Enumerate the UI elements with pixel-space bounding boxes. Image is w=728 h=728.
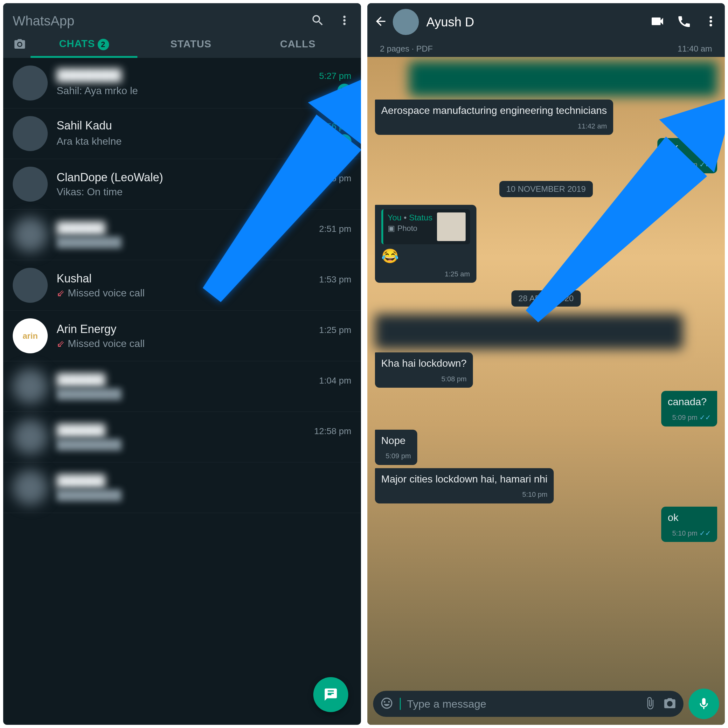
chat-name: ClanDope (LeoWale) <box>57 171 163 184</box>
chat-list-item[interactable]: ██████2:51 pm█████████ <box>3 210 361 260</box>
missed-call-icon: ⇙ <box>57 288 64 299</box>
tab-chats[interactable]: CHATS2 <box>31 38 138 58</box>
chat-name: Kushal <box>57 272 92 285</box>
chat-time: 12:58 pm <box>314 426 352 436</box>
chat-header: Ayush D <box>367 3 725 41</box>
message-input[interactable]: Type a message <box>373 691 684 717</box>
chat-name: Arin Energy <box>57 323 116 336</box>
chat-time: 1:25 pm <box>319 325 351 335</box>
avatar[interactable] <box>13 167 48 202</box>
avatar[interactable] <box>13 419 48 454</box>
message-time: 5:09 pm <box>386 452 411 461</box>
voice-message-button[interactable] <box>688 688 719 719</box>
app-title: WhatsApp <box>13 13 75 29</box>
date-separator: 10 NOVEMBER 2019 <box>499 181 593 197</box>
message-text: canada? <box>668 396 707 407</box>
app-header: WhatsApp CHATS2 STATUS CALLS <box>3 3 361 58</box>
chat-name: ██████ <box>57 221 105 235</box>
chats-list-screen: WhatsApp CHATS2 STATUS CALLS ████████5:2… <box>3 3 361 725</box>
message-time: 5:10 pm <box>522 490 548 499</box>
input-cursor <box>400 698 401 710</box>
menu-icon[interactable] <box>338 13 352 29</box>
message-text: Major cities lockdown hai, hamari nhi <box>381 473 548 485</box>
read-ticks-icon: ✓✓ <box>697 413 711 421</box>
chat-time: 2:51 pm <box>319 224 351 234</box>
chat-list-item[interactable]: ███████████████ <box>3 462 361 513</box>
chat-name: ██████ <box>57 373 105 387</box>
avatar[interactable] <box>13 470 48 505</box>
back-icon[interactable] <box>374 14 388 29</box>
chat-preview: ⇙Missed voice call <box>57 338 145 350</box>
message-time: 5:08 pm <box>442 375 467 384</box>
camera-icon[interactable] <box>663 696 676 711</box>
chat-list-item[interactable]: arinArin Energy1:25 pm⇙Missed voice call <box>3 311 361 361</box>
tab-status[interactable]: STATUS <box>138 38 244 58</box>
message-time: 11:42 am <box>578 122 607 131</box>
chat-time: 1:04 pm <box>319 376 351 386</box>
chat-background: Aerospace manufacturing engineering tech… <box>367 57 725 725</box>
contact-name[interactable]: Ayush D <box>427 15 645 29</box>
chats-unread-badge: 2 <box>98 39 109 50</box>
message-outgoing[interactable]: ok5:10 pm ✓✓ <box>661 507 717 542</box>
menu-icon[interactable] <box>703 14 719 30</box>
messages-container[interactable]: Aerospace manufacturing engineering tech… <box>367 57 725 586</box>
chat-name: ████████ <box>57 68 121 82</box>
chat-list-item[interactable]: Kushal1:53 pm⇙Missed voice call <box>3 260 361 311</box>
message-input-bar: Type a message <box>373 688 719 719</box>
chat-preview: ⇙Missed voice call <box>57 287 145 299</box>
message-incoming[interactable]: Nope5:09 pm <box>375 430 418 465</box>
video-call-icon[interactable] <box>650 14 665 30</box>
reply-thumbnail <box>437 213 466 241</box>
chat-name: Sahil Kadu <box>57 119 112 132</box>
message-text: Aerospace manufacturing engineering tech… <box>381 105 607 116</box>
reply-type: ▣ Photo <box>388 223 433 233</box>
message-emoji: 😂 <box>381 247 470 265</box>
avatar[interactable] <box>13 369 48 404</box>
new-chat-fab[interactable] <box>313 677 348 712</box>
chat-list-item[interactable]: ██████12:58 pm█████████ <box>3 412 361 462</box>
chat-name: ██████ <box>57 474 105 488</box>
avatar[interactable] <box>13 217 48 252</box>
search-icon[interactable] <box>311 13 325 29</box>
chat-preview: Sahil: Aya mrko le <box>57 85 138 97</box>
input-placeholder: Type a message <box>407 698 637 710</box>
chat-list-item[interactable]: ██████1:04 pm█████████ <box>3 361 361 412</box>
chat-list-item[interactable]: ████████5:27 pmSahil: Aya mrko le20 <box>3 58 361 109</box>
message-text: Nope <box>381 435 406 446</box>
tab-calls[interactable]: CALLS <box>244 38 351 58</box>
chat-preview: █████████ <box>57 439 121 451</box>
message-incoming[interactable]: Major cities lockdown hai, hamari nhi5:1… <box>375 468 554 503</box>
message-incoming-reply[interactable]: You • Status▣ Photo😂1:25 am <box>375 205 476 283</box>
message-incoming[interactable]: Kha hai lockdown?5:08 pm <box>375 352 473 388</box>
chat-preview: █████████ <box>57 237 121 248</box>
avatar[interactable] <box>13 268 48 303</box>
emoji-icon[interactable] <box>380 696 393 711</box>
read-ticks-icon: ✓✓ <box>697 529 711 537</box>
chat-name: ██████ <box>57 424 105 437</box>
message-text: ok <box>668 512 678 523</box>
avatar[interactable]: arin <box>13 318 48 353</box>
message-redacted[interactable] <box>375 314 683 349</box>
voice-call-icon[interactable] <box>676 14 692 30</box>
contact-avatar[interactable] <box>393 9 419 35</box>
message-text: Kha hai lockdown? <box>381 358 467 369</box>
message-time: 5:09 pm <box>672 413 697 422</box>
message-time: 5:10 pm <box>672 529 697 538</box>
message-redacted[interactable] <box>409 61 717 96</box>
avatar[interactable] <box>13 66 48 101</box>
chat-preview: Ara kta khelne <box>57 136 122 147</box>
chat-time: 1:53 pm <box>319 274 351 284</box>
avatar[interactable] <box>13 116 48 151</box>
camera-tab[interactable] <box>13 38 31 58</box>
attach-icon[interactable] <box>643 696 657 711</box>
message-outgoing[interactable]: canada?5:09 pm ✓✓ <box>661 391 717 426</box>
missed-call-icon: ⇙ <box>57 338 64 349</box>
chat-preview: Vikas: On time <box>57 186 122 198</box>
chat-preview: █████████ <box>57 388 121 400</box>
message-incoming[interactable]: Aerospace manufacturing engineering tech… <box>375 99 613 135</box>
tabs: CHATS2 STATUS CALLS <box>13 38 352 58</box>
chat-preview: █████████ <box>57 489 121 501</box>
reply-sender: You • Status <box>388 213 433 223</box>
document-attachment-meta: 2 pages · PDF 11:40 am <box>367 41 725 57</box>
chat-conversation-screen: Ayush D 2 pages · PDF 11:40 am Aerospace… <box>367 3 725 725</box>
